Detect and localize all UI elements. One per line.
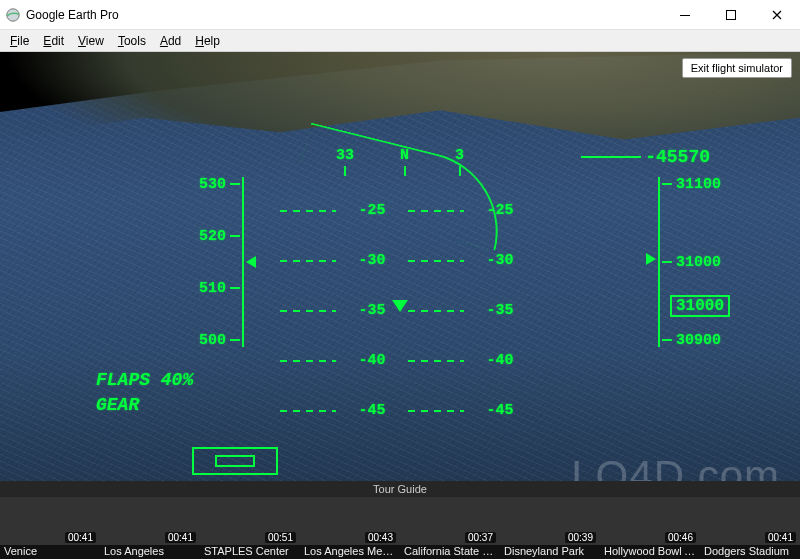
minimize-button[interactable] — [662, 0, 708, 30]
tour-item[interactable]: 00:37California State Uni… — [400, 497, 500, 559]
tour-caption: Venice — [0, 545, 100, 559]
tour-caption: California State Uni… — [400, 545, 500, 559]
tour-caption: Los Angeles — [100, 545, 200, 559]
window-title: Google Earth Pro — [26, 8, 119, 22]
duration-badge: 00:41 — [165, 532, 196, 543]
menu-help[interactable]: Help — [189, 32, 226, 50]
menu-add[interactable]: Add — [154, 32, 187, 50]
menu-view[interactable]: View — [72, 32, 110, 50]
menu-edit[interactable]: Edit — [37, 32, 70, 50]
duration-badge: 00:41 — [765, 532, 796, 543]
tour-caption: Los Angeles Memori… — [300, 545, 400, 559]
tour-item[interactable]: 00:39Disneyland Park — [500, 497, 600, 559]
tour-item[interactable]: 00:41Dodgers Stadium — [700, 497, 800, 559]
tour-thumbs[interactable]: 00:41Venice 00:41Los Angeles 00:51STAPLE… — [0, 497, 800, 559]
tour-item[interactable]: 00:41Venice — [0, 497, 100, 559]
menu-file[interactable]: File — [4, 32, 35, 50]
close-button[interactable] — [754, 0, 800, 30]
maximize-button[interactable] — [708, 0, 754, 30]
tour-caption: Hollywood Bowl Am… — [600, 545, 700, 559]
earth-viewport[interactable]: Exit flight simulator LO4D.com 33 N 3 -4… — [0, 52, 800, 481]
titlebar: Google Earth Pro — [0, 0, 800, 30]
duration-badge: 00:41 — [65, 532, 96, 543]
duration-badge: 00:43 — [365, 532, 396, 543]
exit-flight-sim-button[interactable]: Exit flight simulator — [682, 58, 792, 78]
tour-item[interactable]: 00:46Hollywood Bowl Am… — [600, 497, 700, 559]
menubar: File Edit View Tools Add Help — [0, 30, 800, 52]
menu-tools[interactable]: Tools — [112, 32, 152, 50]
svg-rect-2 — [727, 10, 736, 19]
tour-guide-header[interactable]: Tour Guide — [0, 481, 800, 497]
tour-caption: Dodgers Stadium — [700, 545, 800, 559]
tour-item[interactable]: 00:41Los Angeles — [100, 497, 200, 559]
tour-item[interactable]: 00:43Los Angeles Memori… — [300, 497, 400, 559]
duration-badge: 00:46 — [665, 532, 696, 543]
tour-caption: STAPLES Center — [200, 545, 300, 559]
duration-badge: 00:39 — [565, 532, 596, 543]
duration-badge: 00:37 — [465, 532, 496, 543]
duration-badge: 00:51 — [265, 532, 296, 543]
tour-caption: Disneyland Park — [500, 545, 600, 559]
app-icon — [6, 8, 20, 22]
svg-rect-1 — [680, 15, 690, 16]
tour-guide-bar: Tour Guide 00:41Venice 00:41Los Angeles … — [0, 481, 800, 559]
tour-item[interactable]: 00:51STAPLES Center — [200, 497, 300, 559]
